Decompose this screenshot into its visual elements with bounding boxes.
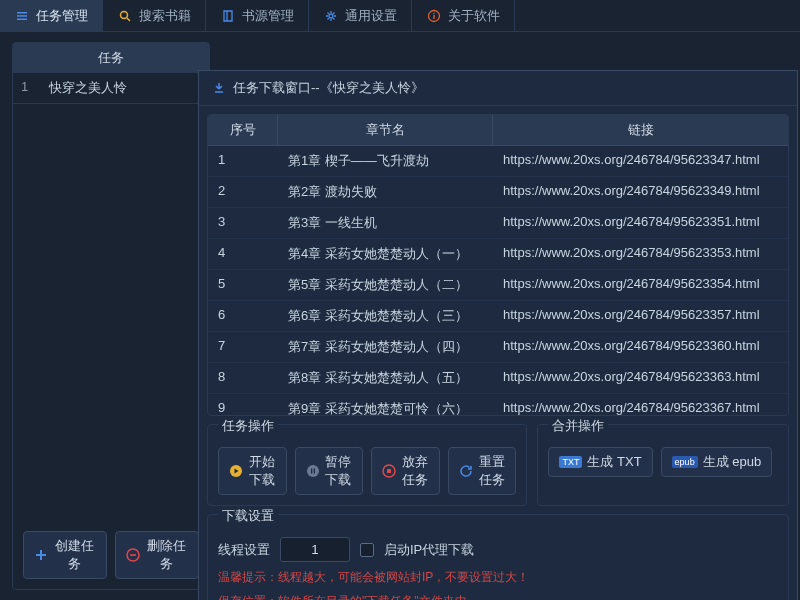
proxy-label: 启动IP代理下载	[384, 541, 474, 559]
cell-index: 9	[208, 397, 278, 415]
svg-rect-2	[17, 18, 27, 20]
epub-badge-icon: epub	[672, 456, 698, 468]
cell-index: 8	[208, 366, 278, 390]
sidebar-header: 任务	[13, 43, 209, 73]
svg-rect-9	[36, 554, 46, 556]
svg-rect-7	[433, 15, 434, 19]
cell-link: https://www.20xs.org/246784/95623349.htm…	[493, 180, 788, 204]
cell-link: https://www.20xs.org/246784/95623360.htm…	[493, 335, 788, 359]
refresh-icon	[459, 464, 473, 478]
top-tab-info[interactable]: 关于软件	[412, 0, 515, 31]
cell-chapter: 第6章 采药女她楚楚动人（三）	[278, 304, 493, 328]
download-dialog: 任务下载窗口--《快穿之美人怜》 序号 章节名 链接 1第1章 楔子——飞升渡劫…	[198, 70, 798, 600]
table-row[interactable]: 5第5章 采药女她楚楚动人（二）https://www.20xs.org/246…	[208, 270, 788, 301]
merge-ops-title: 合并操作	[548, 417, 608, 435]
cell-index: 1	[208, 149, 278, 173]
svg-rect-1	[17, 15, 27, 17]
cell-chapter: 第7章 采药女她楚楚动人（四）	[278, 335, 493, 359]
svg-rect-0	[17, 12, 27, 14]
delete-task-button[interactable]: 删除任务	[115, 531, 199, 579]
thread-input[interactable]	[280, 537, 350, 562]
svg-rect-11	[130, 554, 136, 556]
play-icon	[229, 464, 243, 478]
gear-icon	[323, 8, 339, 24]
table-row[interactable]: 9第9章 采药女她楚楚可怜（六）https://www.20xs.org/246…	[208, 394, 788, 415]
settings-title: 下载设置	[218, 507, 278, 525]
cell-link: https://www.20xs.org/246784/95623363.htm…	[493, 366, 788, 390]
merge-ops-panel: 合并操作 TXT 生成 TXT epub 生成 epub	[537, 424, 789, 506]
dialog-titlebar[interactable]: 任务下载窗口--《快穿之美人怜》	[199, 71, 797, 106]
dialog-title-text: 任务下载窗口--《快穿之美人怜》	[233, 79, 424, 97]
cell-chapter: 第8章 采药女她楚楚动人（五）	[278, 366, 493, 390]
cell-link: https://www.20xs.org/246784/95623347.htm…	[493, 149, 788, 173]
cell-chapter: 第9章 采药女她楚楚可怜（六）	[278, 397, 493, 415]
task-sidebar: 任务 1 快穿之美人怜 创建任务 删除任务	[12, 42, 210, 590]
table-row[interactable]: 4第4章 采药女她楚楚动人（一）https://www.20xs.org/246…	[208, 239, 788, 270]
table-row[interactable]: 3第3章 一线生机https://www.20xs.org/246784/956…	[208, 208, 788, 239]
svg-point-13	[307, 465, 319, 477]
svg-point-6	[433, 12, 435, 14]
cell-chapter: 第4章 采药女她楚楚动人（一）	[278, 242, 493, 266]
cell-link: https://www.20xs.org/246784/95623354.htm…	[493, 273, 788, 297]
cell-chapter: 第1章 楔子——飞升渡劫	[278, 149, 493, 173]
abandon-task-button[interactable]: 放弃任务	[371, 447, 440, 495]
table-row[interactable]: 8第8章 采药女她楚楚动人（五）https://www.20xs.org/246…	[208, 363, 788, 394]
svg-rect-14	[311, 469, 312, 474]
proxy-checkbox[interactable]	[360, 543, 374, 557]
table-row[interactable]: 7第7章 采药女她楚楚动人（四）https://www.20xs.org/246…	[208, 332, 788, 363]
export-txt-button[interactable]: TXT 生成 TXT	[548, 447, 652, 477]
top-tab-book[interactable]: 书源管理	[206, 0, 309, 31]
txt-badge-icon: TXT	[559, 456, 582, 468]
download-icon	[211, 80, 227, 96]
svg-rect-17	[387, 469, 391, 473]
cell-chapter: 第2章 渡劫失败	[278, 180, 493, 204]
table-row[interactable]: 6第6章 采药女她楚楚动人（三）https://www.20xs.org/246…	[208, 301, 788, 332]
top-tabs: 任务管理搜索书籍书源管理通用设置关于软件	[0, 0, 800, 32]
cell-link: https://www.20xs.org/246784/95623357.htm…	[493, 304, 788, 328]
info-icon	[426, 8, 442, 24]
cell-index: 6	[208, 304, 278, 328]
top-tab-gear[interactable]: 通用设置	[309, 0, 412, 31]
stop-circle-icon	[382, 464, 396, 478]
download-settings-panel: 下载设置 线程设置 启动IP代理下载 温馨提示：线程越大，可能会被网站封IP，不…	[207, 514, 789, 600]
export-epub-button[interactable]: epub 生成 epub	[661, 447, 773, 477]
table-body[interactable]: 1第1章 楔子——飞升渡劫https://www.20xs.org/246784…	[208, 146, 788, 415]
table-row[interactable]: 1第1章 楔子——飞升渡劫https://www.20xs.org/246784…	[208, 146, 788, 177]
task-name: 快穿之美人怜	[49, 79, 127, 97]
top-tab-list[interactable]: 任务管理	[0, 0, 103, 31]
create-task-button[interactable]: 创建任务	[23, 531, 107, 579]
search-icon	[117, 8, 133, 24]
plus-icon	[34, 548, 48, 562]
col-header-link[interactable]: 链接	[493, 115, 788, 145]
warning-text-2: 保存位置：软件所在目录的"下载任务"文件夹中	[218, 592, 778, 600]
thread-label: 线程设置	[218, 541, 270, 559]
chapter-table: 序号 章节名 链接 1第1章 楔子——飞升渡劫https://www.20xs.…	[207, 114, 789, 416]
task-index: 1	[21, 79, 39, 97]
cell-chapter: 第3章 一线生机	[278, 211, 493, 235]
cell-index: 3	[208, 211, 278, 235]
cell-link: https://www.20xs.org/246784/95623353.htm…	[493, 242, 788, 266]
cell-link: https://www.20xs.org/246784/95623367.htm…	[493, 397, 788, 415]
task-ops-title: 任务操作	[218, 417, 278, 435]
start-download-button[interactable]: 开始下载	[218, 447, 287, 495]
pause-download-button[interactable]: 暂停下载	[295, 447, 364, 495]
list-icon	[14, 8, 30, 24]
cell-link: https://www.20xs.org/246784/95623351.htm…	[493, 211, 788, 235]
warning-text-1: 温馨提示：线程越大，可能会被网站封IP，不要设置过大！	[218, 568, 778, 586]
cell-chapter: 第5章 采药女她楚楚动人（二）	[278, 273, 493, 297]
reset-task-button[interactable]: 重置任务	[448, 447, 517, 495]
col-header-index[interactable]: 序号	[208, 115, 278, 145]
task-ops-panel: 任务操作 开始下载 暂停下载 放弃任务	[207, 424, 527, 506]
cell-index: 5	[208, 273, 278, 297]
book-icon	[220, 8, 236, 24]
task-row[interactable]: 1 快穿之美人怜	[13, 73, 209, 104]
cell-index: 4	[208, 242, 278, 266]
cell-index: 2	[208, 180, 278, 204]
svg-point-3	[121, 11, 128, 18]
cell-index: 7	[208, 335, 278, 359]
top-tab-search[interactable]: 搜索书籍	[103, 0, 206, 31]
table-header: 序号 章节名 链接	[208, 115, 788, 146]
svg-rect-15	[313, 469, 314, 474]
table-row[interactable]: 2第2章 渡劫失败https://www.20xs.org/246784/956…	[208, 177, 788, 208]
col-header-chapter[interactable]: 章节名	[278, 115, 493, 145]
